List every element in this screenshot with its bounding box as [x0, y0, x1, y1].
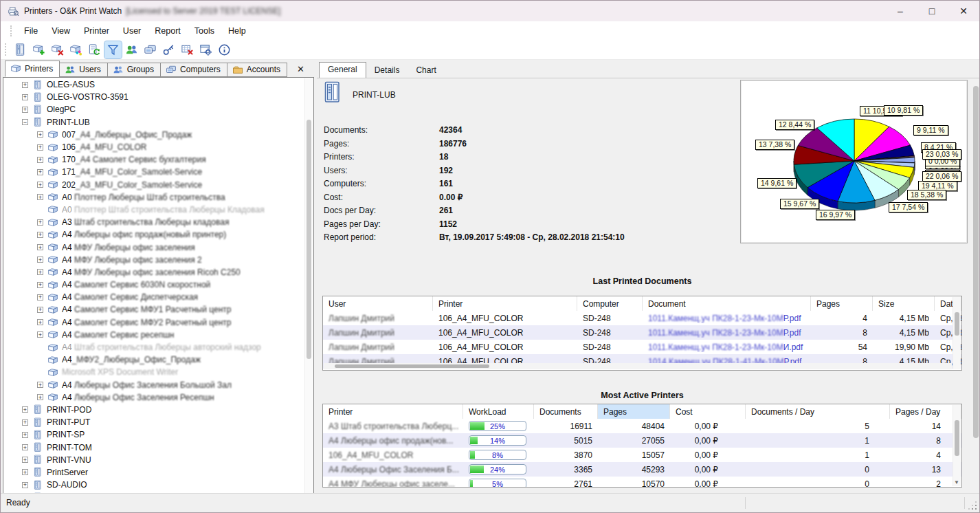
- tree-expander[interactable]: [37, 282, 43, 288]
- tree-expander[interactable]: [37, 131, 43, 138]
- column-header[interactable]: Documents: [534, 404, 598, 419]
- tree-expander[interactable]: [22, 107, 28, 113]
- tree-item[interactable]: A0 Плоттер Штаб строительства Люберцы Кл…: [4, 204, 304, 216]
- column-header[interactable]: Printer: [323, 404, 463, 419]
- tree-item[interactable]: 106_A4_MFU_COLOR: [4, 141, 304, 153]
- title-bar[interactable]: Printers - O&K Print Watch[Licensed to S…: [1, 1, 979, 21]
- tree-item[interactable]: A4 Самолет Сервис ресепшн: [4, 329, 304, 341]
- document-link[interactable]: 1011.Каменщ.уч ПК28-1-23-Мк-10М: [648, 342, 783, 352]
- tree-item[interactable]: PRINT-PUT: [4, 416, 304, 428]
- tree-item[interactable]: PRINT-LUB: [4, 116, 304, 129]
- column-header[interactable]: Computer: [577, 296, 643, 311]
- table-row[interactable]: Лапшин Дмитрий 106_A4_MFU_COLOR SD-248 1…: [323, 311, 961, 325]
- scrollbar-thumb[interactable]: [955, 420, 959, 456]
- tab-groups[interactable]: Groups: [107, 63, 161, 77]
- computers-icon[interactable]: [142, 41, 159, 58]
- delete-printer-icon[interactable]: [49, 41, 66, 58]
- table-row[interactable]: А4 МФУ Люберцы офис заселе... 5% 2761 10…: [323, 477, 961, 488]
- tab-printers[interactable]: Printers: [5, 61, 60, 77]
- tree-item[interactable]: OlegPC: [4, 103, 304, 116]
- tree-item[interactable]: SD-AUDIO: [4, 479, 304, 491]
- tree-item[interactable]: 170_А4 Самолет Сервис бухгалтерия: [4, 153, 304, 166]
- tree-expander[interactable]: [22, 82, 28, 88]
- menu-item[interactable]: File: [17, 23, 45, 39]
- tree-expander[interactable]: [37, 244, 43, 250]
- tree-scrollbar-thumb[interactable]: [307, 120, 311, 359]
- column-header[interactable]: Printer: [433, 296, 577, 311]
- options-icon[interactable]: [197, 41, 214, 58]
- tree-item[interactable]: A4 Самолет Сервис МФУ2 Расчетный центр: [4, 316, 304, 329]
- table-row[interactable]: А3 Штаб строительства Люберц... 25% 1691…: [323, 419, 961, 433]
- table-row[interactable]: А4 Люберцы офис продаж(нов... 14% 5015 2…: [323, 433, 961, 448]
- close-button[interactable]: ✕: [948, 1, 979, 21]
- tree-expander[interactable]: [37, 294, 43, 301]
- tree-item[interactable]: A0 Плоттер Люберцы Штаб строительства: [4, 191, 304, 204]
- tree-item[interactable]: PRINT-SP: [4, 428, 304, 441]
- tab-accounts[interactable]: Accounts: [227, 63, 287, 77]
- tree-item[interactable]: A4 Самолет Сервис Диспетчерская: [4, 291, 304, 303]
- tab-users[interactable]: Users: [59, 63, 107, 77]
- document-link-tail[interactable]: И.pdf: [783, 342, 803, 352]
- tree-expander[interactable]: [22, 406, 28, 413]
- tree-expander[interactable]: [22, 94, 28, 100]
- tree-expander[interactable]: [37, 194, 43, 200]
- tab-computers[interactable]: Computers: [160, 63, 227, 77]
- column-header[interactable]: Cost: [670, 404, 746, 419]
- table-row[interactable]: Лапшин Дмитрий 106_A4_MFU_COLOR SD-248 1…: [323, 325, 961, 340]
- vertical-scrollbar[interactable]: [953, 297, 961, 369]
- refresh-data-icon[interactable]: [86, 41, 103, 58]
- menu-item[interactable]: Report: [148, 23, 188, 39]
- document-link-tail[interactable]: Р.pdf: [783, 328, 801, 338]
- scrollbar-thumb[interactable]: [955, 312, 959, 336]
- tree-expander[interactable]: [37, 256, 43, 263]
- column-header[interactable]: Document: [643, 296, 811, 311]
- table-row[interactable]: А4 Люберцы Офис Заселения Б... 24% 3365 …: [323, 462, 961, 477]
- tree-expander[interactable]: [37, 169, 43, 175]
- tree-item[interactable]: A4 МФУ Люберцы офис заселения 2: [4, 254, 304, 266]
- menu-item[interactable]: Printer: [77, 23, 116, 39]
- printers-view-icon[interactable]: [12, 41, 29, 58]
- tree-item[interactable]: 202_A3_MFU_Color_Samolet-Service: [4, 179, 304, 191]
- document-link[interactable]: 1011.Каменщ.уч ПК28-1-23-Мк-10М: [648, 314, 783, 323]
- tree-expander[interactable]: [37, 307, 43, 313]
- tree-item[interactable]: OLEG-ASUS: [4, 78, 304, 91]
- add-printer-icon[interactable]: [30, 41, 47, 58]
- document-link[interactable]: 1011.Каменщ.уч ПК28-1-23-Мк-10М: [648, 328, 783, 338]
- tree-expander[interactable]: [22, 119, 28, 125]
- tree-item[interactable]: Microsoft XPS Document Writer: [4, 366, 304, 378]
- tree-expander[interactable]: [37, 219, 43, 226]
- column-header[interactable]: Pages: [811, 296, 873, 311]
- tree-expander[interactable]: [37, 232, 43, 238]
- tree-expander[interactable]: [37, 182, 43, 188]
- tree-expander[interactable]: [37, 382, 43, 388]
- clear-records-icon[interactable]: [179, 41, 196, 58]
- tab-general[interactable]: General: [319, 62, 366, 78]
- tree-expander[interactable]: [22, 457, 28, 463]
- menu-item[interactable]: Tools: [188, 23, 221, 39]
- horizontal-scrollbar[interactable]: [324, 363, 952, 369]
- tree-item[interactable]: A4 Люберцы офис продаж(новый принтер): [4, 228, 304, 241]
- minimize-button[interactable]: –: [884, 1, 916, 21]
- tree-expander[interactable]: [37, 319, 43, 325]
- vertical-scrollbar[interactable]: ▼: [953, 405, 961, 486]
- tree-item[interactable]: A4 МФУ Люберцы офис заселения Ricoh C250: [4, 266, 304, 279]
- tree-expander[interactable]: [37, 331, 43, 338]
- tree-scrollbar[interactable]: [304, 78, 313, 493]
- tree-expander[interactable]: [22, 469, 28, 475]
- tree-item[interactable]: A4 Штаб строительства Люберцы авторский …: [4, 341, 304, 353]
- tree-item[interactable]: PRINT-VNU: [4, 454, 304, 466]
- filter-icon[interactable]: [104, 41, 122, 58]
- tab-details[interactable]: Details: [366, 63, 408, 78]
- tree-item[interactable]: A3 Штаб строительства Люберцы кладовая: [4, 216, 304, 228]
- column-header[interactable]: Documents / Day: [746, 404, 890, 419]
- column-header[interactable]: Size: [873, 296, 935, 311]
- tree-item[interactable]: A4 Люберцы Офис Заселения Ресепшн: [4, 391, 304, 404]
- tree-item[interactable]: OLEG-VOSTRO-3591: [4, 91, 304, 103]
- menu-item[interactable]: Help: [221, 23, 253, 39]
- panel-scrollbar-thumb[interactable]: [973, 86, 979, 438]
- tree-item[interactable]: PRINT-POD: [4, 404, 304, 416]
- panel-scrollbar[interactable]: [970, 79, 980, 493]
- tree-expander[interactable]: [37, 157, 43, 163]
- tree-expander[interactable]: [37, 269, 43, 275]
- tree-item[interactable]: 007_А4_Люберцы_Офис_Продаж: [4, 129, 304, 141]
